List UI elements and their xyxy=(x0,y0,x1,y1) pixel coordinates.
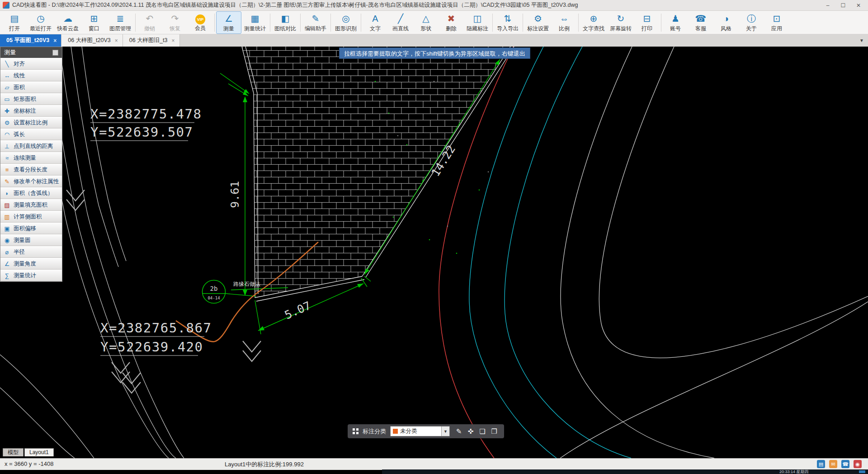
area-with-arc-icon: ◗ xyxy=(3,190,11,197)
measure-button[interactable]: ∠测量 xyxy=(216,11,241,34)
annotation-settings-button[interactable]: ⚙标注设置 xyxy=(524,11,552,34)
shape-recognition-button[interactable]: ◎图形识别 xyxy=(332,11,359,34)
app-window: CAD快速看图 - D:\塘\2024年工作\2024.09\2024.1.11… xyxy=(0,0,868,474)
paste-icon[interactable]: ❐ xyxy=(489,427,499,436)
sidebar-item-arc-length[interactable]: ◠弧长 xyxy=(0,128,62,140)
delete-button[interactable]: ✖删除 xyxy=(439,11,464,34)
maximize-button[interactable]: ☐ xyxy=(835,0,851,10)
import-export-button[interactable]: ⇅导入导出 xyxy=(494,11,521,34)
window-button[interactable]: ⊞窗口 xyxy=(81,11,107,34)
sidebar-item-coordinate-annotation[interactable]: ✚坐标标注 xyxy=(0,105,62,117)
print-icon: ⊟ xyxy=(643,13,651,25)
screen-rotate-button[interactable]: ↻屏幕旋转 xyxy=(607,11,634,34)
about-icon: ⓘ xyxy=(747,13,756,25)
sidebar-item-point-to-line-distance[interactable]: ⊥点到直线的距离 xyxy=(0,140,62,152)
drawing-canvas[interactable]: X=2382775.478 Y=522639.507 X=2382765.867… xyxy=(0,47,868,458)
draw-line-button[interactable]: ╱画直线 xyxy=(388,11,413,34)
vip-member-label: 会员 xyxy=(195,24,206,32)
toolbar-separator xyxy=(578,14,579,32)
mail-icon[interactable]: ✉ xyxy=(829,460,837,468)
set-annotation-scale-icon: ⚙ xyxy=(3,119,11,126)
taskbar-tray-icon[interactable] xyxy=(859,470,865,473)
hide-annotation-icon: ◫ xyxy=(473,13,482,25)
layout-tab-model[interactable]: 模型 xyxy=(3,448,24,456)
layer-manager-button[interactable]: ≣图层管理 xyxy=(107,11,134,34)
road-chevrons xyxy=(66,190,261,393)
style-button[interactable]: ◑风格 xyxy=(713,11,739,34)
print-button[interactable]: ⊟打印 xyxy=(634,11,660,34)
statusbar-icons: ▤✉☎◉ xyxy=(817,460,862,468)
classification-dropdown[interactable]: 未分类 ▼ xyxy=(390,426,450,436)
record-icon[interactable]: ◉ xyxy=(854,460,862,468)
sidebar-item-measure-stats[interactable]: ∑测量统计 xyxy=(0,270,62,281)
point-to-line-distance-label: 点到直线的距离 xyxy=(14,142,53,150)
calc-side-area-label: 计算侧面积 xyxy=(14,213,42,221)
tab-plan-t20v3[interactable]: 05 平面图_t20V3× xyxy=(0,34,61,47)
sidebar-item-area-with-arc[interactable]: ◗面积（含弧线） xyxy=(0,187,62,199)
apps-button[interactable]: ⊡应用 xyxy=(764,11,789,34)
close-icon[interactable]: × xyxy=(115,38,118,44)
sidebar-item-measure-angle[interactable]: ∠测量角度 xyxy=(0,258,62,270)
recent-open-button[interactable]: ◷最近打开 xyxy=(27,11,54,34)
set-annotation-scale-label: 设置标注比例 xyxy=(14,119,47,127)
drawing-compare-button[interactable]: ◧图纸对比 xyxy=(272,11,299,34)
account-icon: ♟ xyxy=(671,13,679,25)
cloud-drive-button[interactable]: ☁快看云盘 xyxy=(54,11,81,34)
about-button[interactable]: ⓘ关于 xyxy=(739,11,764,34)
customer-service-button[interactable]: ☎客服 xyxy=(688,11,713,34)
white-curve-3 xyxy=(560,302,868,458)
vip-member-button[interactable]: VIP会员 xyxy=(188,11,213,34)
continuous-measure-icon: ≈ xyxy=(3,155,11,161)
chevron-down-icon[interactable]: ▼ xyxy=(441,427,449,436)
redo-button: ↷恢复 xyxy=(162,11,188,34)
move-icon[interactable]: ✜ xyxy=(466,427,476,436)
tabs-overflow-button[interactable]: ▼ xyxy=(855,34,868,47)
classify-grid-icon[interactable] xyxy=(353,428,359,434)
classification-swatch xyxy=(393,429,398,434)
statusbar: x = 3660 y = -1408 Layout1中的标注比例:199.992… xyxy=(0,458,868,470)
text-search-button[interactable]: ⊕文字查找 xyxy=(580,11,607,34)
sidebar-item-align[interactable]: ╲对齐 xyxy=(0,58,62,70)
curb-note-text: 路缘石做法 xyxy=(233,281,260,287)
close-button[interactable]: ✕ xyxy=(851,0,866,10)
text-button[interactable]: A文字 xyxy=(363,11,388,34)
doc-icon[interactable]: ▤ xyxy=(817,460,825,468)
sidebar-item-set-annotation-scale[interactable]: ⚙设置标注比例 xyxy=(0,117,62,128)
draw-line-label: 画直线 xyxy=(392,25,409,33)
sidebar-item-area-offset[interactable]: ▣面积偏移 xyxy=(0,223,62,234)
scale-button[interactable]: ⇔比例 xyxy=(552,11,577,34)
dim-vertical-text: 9.61 xyxy=(228,181,241,208)
sidebar-item-calc-side-area[interactable]: ▥计算侧面积 xyxy=(0,211,62,223)
sidebar-item-rect-area[interactable]: ▭矩形面积 xyxy=(0,93,62,105)
measure-panel-items: ╲对齐↔线性▱面积▭矩形面积✚坐标标注⚙设置标注比例◠弧长⊥点到直线的距离≈连续… xyxy=(0,58,62,281)
sidebar-item-measure-fill-area[interactable]: ▨测量填充面积 xyxy=(0,199,62,211)
open-button[interactable]: ▤打开 xyxy=(2,11,27,34)
service-icon[interactable]: ☎ xyxy=(841,460,849,468)
tab-detail-old-t3[interactable]: 06 大样图旧_t3× xyxy=(123,34,180,47)
measure-statistics-button[interactable]: ▦测量统计 xyxy=(241,11,269,34)
hide-annotation-button[interactable]: ◫隐藏标注 xyxy=(464,11,491,34)
shape-button[interactable]: △形状 xyxy=(413,11,439,34)
annotation-settings-label: 标注设置 xyxy=(527,25,549,33)
measure-stats-icon: ∑ xyxy=(3,272,11,279)
bubble-top-text: 2b xyxy=(210,285,218,292)
sidebar-item-radius[interactable]: ⌀半径 xyxy=(0,246,62,258)
sidebar-item-view-segment-length[interactable]: ≡查看分段长度 xyxy=(0,164,62,175)
minimize-button[interactable]: – xyxy=(820,0,835,10)
drawing-compare-icon: ◧ xyxy=(281,13,290,25)
layout-tab-layout1[interactable]: Layout1 xyxy=(24,448,54,456)
edit-assistant-button[interactable]: ✎编辑助手 xyxy=(302,11,329,34)
close-icon[interactable]: × xyxy=(53,38,57,44)
edit-icon[interactable]: ✎ xyxy=(454,427,464,436)
sidebar-item-area[interactable]: ▱面积 xyxy=(0,81,62,93)
sidebar-item-measure-circle[interactable]: ◉测量圆 xyxy=(0,234,62,246)
panel-dock-button[interactable] xyxy=(52,50,58,56)
account-button[interactable]: ♟账号 xyxy=(663,11,688,34)
tab-detail-t20v3[interactable]: 06 大样图_t20V3× xyxy=(61,34,123,47)
copy-icon[interactable]: ❏ xyxy=(477,427,487,436)
sidebar-item-continuous-measure[interactable]: ≈连续测量 xyxy=(0,152,62,164)
sidebar-item-modify-annotation-property[interactable]: ✎修改单个标注属性 xyxy=(0,175,62,187)
import-export-icon: ⇅ xyxy=(504,13,512,25)
sidebar-item-linear[interactable]: ↔线性 xyxy=(0,70,62,81)
close-icon[interactable]: × xyxy=(171,38,175,44)
